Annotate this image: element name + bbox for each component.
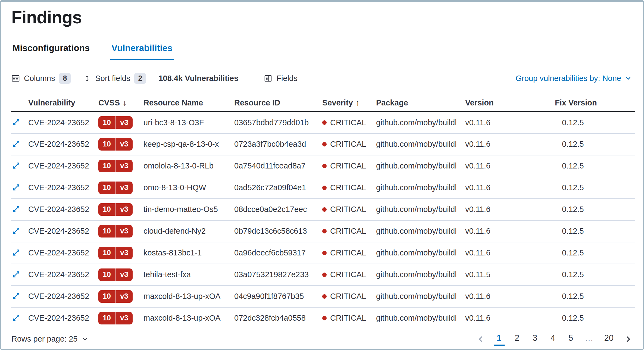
rows-per-page-button[interactable]: Rows per page: 25 <box>11 335 89 343</box>
severity-label: CRITICAL <box>330 292 366 301</box>
cvss-version: v3 <box>116 205 133 214</box>
diagonal-expand-icon <box>12 248 20 257</box>
cvss-score: 10 <box>98 205 115 214</box>
group-vulnerabilities-by-button[interactable]: Group vulnerabilities by: None <box>516 74 632 83</box>
expand-row-button[interactable] <box>11 139 21 149</box>
expand-cell <box>11 220 28 242</box>
severity-label: CRITICAL <box>330 183 366 192</box>
chevron-down-icon <box>624 74 632 82</box>
resource-id-cell: 0723a3f7bc0b4ea3d <box>234 133 322 155</box>
cvss-score-badge: 10 v3 <box>98 247 133 259</box>
table-row: CVE-2024-23652 10 v3 tin-demo-matteo-Os5… <box>11 199 635 220</box>
expand-row-button[interactable] <box>11 226 21 236</box>
cvss-cell: 10 v3 <box>98 286 143 307</box>
sort-fields-button[interactable]: Sort fields 2 <box>83 73 146 84</box>
table-body: CVE-2024-23652 10 v3 uri-bc3-8-13-O3F 03… <box>11 112 635 329</box>
expand-row-button[interactable] <box>11 247 21 258</box>
tab-misconfigurations[interactable]: Misconfigurations <box>11 39 91 60</box>
expand-row-button[interactable] <box>11 204 21 214</box>
severity-dot-icon <box>322 186 327 190</box>
package-cell: github.com/moby/buildl <box>376 264 465 286</box>
tab-vulnerabilities[interactable]: Vulnerabilities <box>110 39 173 60</box>
column-header-resource-id[interactable]: Resource ID <box>234 94 322 112</box>
package-cell: github.com/moby/buildl <box>376 199 465 220</box>
pagination-ellipsis: … <box>583 332 596 346</box>
table-toolbar: Columns 8 Sort fields 2 108.4k Vulnerabi… <box>11 72 632 85</box>
pagination-page-2[interactable]: 2 <box>512 332 523 346</box>
diagonal-expand-icon <box>12 183 20 192</box>
table-row: CVE-2024-23652 10 v3 maxcold-8-13-up-xOA… <box>11 307 635 329</box>
version-cell: v0.11.6 <box>465 155 555 177</box>
resource-name-cell: uri-bc3-8-13-O3F <box>143 112 234 133</box>
chevron-left-icon <box>477 335 485 343</box>
severity-label: CRITICAL <box>330 314 366 323</box>
resource-id-cell: 03a0753219827e233 <box>234 264 322 286</box>
vulnerability-cell: CVE-2024-23652 <box>28 155 98 177</box>
column-header-vulnerability[interactable]: Vulnerability <box>28 94 98 112</box>
vulnerability-cell: CVE-2024-23652 <box>28 307 98 329</box>
expand-row-button[interactable] <box>11 312 21 323</box>
cvss-score: 10 <box>98 314 115 322</box>
cvss-version: v3 <box>116 292 133 301</box>
fix-version-cell: 0.12.5 <box>555 220 635 242</box>
cvss-cell: 10 v3 <box>98 307 143 329</box>
column-header-fix-version[interactable]: Fix Version <box>555 94 635 112</box>
fields-button[interactable]: Fields <box>264 74 297 83</box>
pagination-next-button[interactable] <box>622 333 634 345</box>
pagination-page-3[interactable]: 3 <box>530 332 540 346</box>
cvss-score-badge: 10 v3 <box>98 203 133 216</box>
columns-count-badge: 8 <box>59 73 71 84</box>
column-header-package[interactable]: Package <box>376 94 465 112</box>
severity-cell: CRITICAL <box>322 220 376 242</box>
severity-cell: CRITICAL <box>322 177 376 199</box>
expand-cell <box>11 286 28 307</box>
package-cell: github.com/moby/buildl <box>376 220 465 242</box>
cvss-cell: 10 v3 <box>98 199 143 220</box>
severity-label: CRITICAL <box>330 205 366 214</box>
sort-fields-label: Sort fields <box>95 74 130 83</box>
severity-label: CRITICAL <box>330 140 366 149</box>
table-row: CVE-2024-23652 10 v3 uri-bc3-8-13-O3F 03… <box>11 112 635 133</box>
expand-row-button[interactable] <box>11 117 21 127</box>
expand-row-button[interactable] <box>11 182 21 193</box>
fix-version-cell: 0.12.5 <box>555 199 635 220</box>
cvss-cell: 10 v3 <box>98 242 143 264</box>
resource-name-cell: maxcold-8-13-up-xOA <box>143 307 234 329</box>
columns-button[interactable]: Columns 8 <box>11 73 71 84</box>
severity-label: CRITICAL <box>330 248 366 257</box>
severity-dot-icon <box>322 229 327 233</box>
resource-id-cell: 0a7540d11fcead8a7 <box>234 155 322 177</box>
column-header-version[interactable]: Version <box>465 94 555 112</box>
package-cell: github.com/moby/buildl <box>376 155 465 177</box>
column-header-resource-name[interactable]: Resource Name <box>143 94 234 112</box>
cvss-score: 10 <box>98 227 115 235</box>
expand-row-button[interactable] <box>11 291 21 301</box>
cvss-cell: 10 v3 <box>98 133 143 155</box>
cvss-version: v3 <box>116 118 133 127</box>
chevron-down-icon <box>81 335 89 343</box>
expand-row-button[interactable] <box>11 160 21 171</box>
table-row: CVE-2024-23652 10 v3 tehila-test-fxa 03a… <box>11 264 635 286</box>
pagination-page-20[interactable]: 20 <box>603 332 615 346</box>
pagination-page-5[interactable]: 5 <box>565 332 576 346</box>
pagination-page-4[interactable]: 4 <box>548 332 558 346</box>
severity-dot-icon <box>322 142 327 146</box>
vulnerability-cell: CVE-2024-23652 <box>28 264 98 286</box>
rows-per-page-label: Rows per page: 25 <box>11 335 77 343</box>
column-header-cvss[interactable]: CVSS↓ <box>98 94 143 112</box>
cvss-cell: 10 v3 <box>98 155 143 177</box>
version-cell: v0.11.6 <box>465 133 555 155</box>
expand-cell <box>11 177 28 199</box>
expand-row-button[interactable] <box>11 269 21 280</box>
column-header-severity[interactable]: Severity↑ <box>322 94 376 112</box>
table-row: CVE-2024-23652 10 v3 keep-csp-qa-8-13-0-… <box>11 133 635 155</box>
version-cell: v0.11.6 <box>465 199 555 220</box>
cvss-score-badge: 10 v3 <box>98 182 133 194</box>
package-cell: github.com/moby/buildl <box>376 307 465 329</box>
pagination-page-1[interactable]: 1 <box>494 332 505 346</box>
cvss-version: v3 <box>116 270 133 279</box>
cvss-cell: 10 v3 <box>98 264 143 286</box>
resource-id-cell: 0ad526c72a09f04e1 <box>234 177 322 199</box>
version-cell: v0.11.6 <box>465 112 555 133</box>
resource-name-cell: omolola-8-13-0-RLb <box>143 155 234 177</box>
